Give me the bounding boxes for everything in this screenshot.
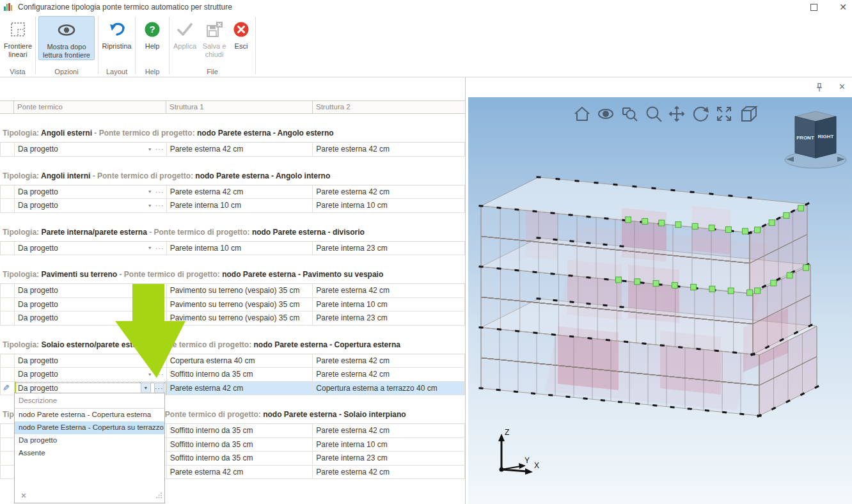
struttura2-cell[interactable]: Parete interna 23 cm (313, 452, 465, 465)
ponte-termico-cell[interactable]: Da progetto▼··· (15, 354, 167, 368)
close-icon[interactable]: ✕ (839, 4, 847, 11)
dropdown-arrow-icon[interactable]: ▼ (148, 358, 152, 363)
struttura1-cell[interactable]: Soffitto interno da 35 cm (167, 452, 313, 465)
table-row[interactable]: Da progetto▼···Pavimento su terreno (ves… (1, 298, 465, 312)
dropdown-arrow-icon[interactable]: ▼ (148, 302, 152, 306)
struttura2-cell[interactable]: Parete interna 10 cm (313, 199, 465, 212)
clear-filter-icon[interactable]: ✕ (20, 491, 27, 500)
ponte-termico-cell[interactable]: Da progetto▼··· (15, 242, 167, 255)
struttura1-cell[interactable]: Parete esterna 42 cm (167, 143, 313, 156)
struttura2-cell[interactable]: Copertura esterna a terrazzo 40 cm (313, 382, 465, 395)
ponte-termico-cell[interactable]: Da progetto▼··· (15, 284, 167, 297)
ripristina-button[interactable]: Ripristina (100, 16, 133, 51)
ellipsis-icon[interactable]: ··· (155, 201, 164, 209)
table-row[interactable]: Da progetto▼···Copertura esterna 40 cmPa… (1, 354, 465, 368)
3d-pane-close-icon[interactable]: ✕ (839, 82, 846, 91)
row-gutter (1, 199, 15, 212)
row-gutter (1, 311, 15, 325)
struttura2-cell[interactable]: Parete esterna 42 cm (313, 466, 465, 479)
resize-grip-icon[interactable] (156, 489, 162, 501)
section-title: Tipologia: Angoli interni - Ponte termic… (0, 171, 465, 182)
dropdown-arrow-icon[interactable]: ▼ (148, 316, 152, 320)
struttura2-cell[interactable]: Parete esterna 42 cm (313, 424, 465, 437)
column-header-struttura-2[interactable]: Struttura 2 (313, 101, 465, 113)
dropdown-arrow-icon[interactable]: ▼ (148, 372, 152, 377)
struttura2-cell[interactable]: Parete interna 10 cm (313, 298, 465, 311)
3d-viewport[interactable]: FRONT RIGHT (468, 97, 852, 504)
struttura2-cell[interactable]: Parete esterna 42 cm (313, 284, 465, 297)
help-button[interactable]: ? Help (140, 16, 164, 51)
ponte-termico-cell[interactable]: Da progetto▼··· (15, 143, 167, 156)
dropdown-item[interactable]: nodo Parete Esterna - Copertura su terra… (15, 421, 164, 434)
salva-e-chiudi-button[interactable]: Salva e chiudi (200, 16, 228, 59)
ponte-termico-cell[interactable]: Da progetto▼··· (15, 185, 167, 199)
struttura1-cell[interactable]: Parete interna 10 cm (167, 199, 313, 212)
ponte-termico-cell[interactable]: Da progetto▼··· (15, 298, 167, 311)
table-row[interactable]: Da progetto▼···Pavimento su terreno (ves… (1, 311, 465, 326)
dropdown-arrow-icon[interactable]: ▼ (148, 246, 152, 250)
cell-value: Da progetto (18, 244, 58, 253)
struttura2-cell[interactable]: Parete esterna 42 cm (313, 354, 465, 368)
table-row[interactable]: Da progetto▼···Soffitto interno da 35 cm… (1, 368, 465, 382)
applica-button[interactable]: Applica (171, 16, 199, 51)
struttura2-cell[interactable]: Parete esterna 42 cm (313, 368, 465, 381)
ellipsis-icon[interactable]: ··· (155, 370, 164, 378)
title-bar: Configurazione tipologia ponte termico a… (0, 0, 852, 14)
struttura1-cell[interactable]: Parete esterna 42 cm (167, 466, 313, 479)
cell-value: Da progetto (18, 356, 58, 365)
struttura1-cell[interactable]: Parete esterna 42 cm (167, 185, 313, 199)
ponte-termico-cell[interactable]: Da progetto▼··· (15, 368, 167, 381)
title-mid: - Ponte termico di progetto: (147, 228, 252, 237)
struttura1-cell[interactable]: Pavimento su terreno (vespaio) 35 cm (167, 311, 313, 325)
ellipsis-icon[interactable]: ··· (155, 357, 164, 365)
dropdown-arrow-icon[interactable]: ▼ (148, 203, 152, 208)
column-header-struttura-1[interactable]: Struttura 1 (166, 101, 313, 113)
esci-button[interactable]: Esci (230, 16, 253, 51)
struttura2-cell[interactable]: Parete esterna 42 cm (313, 185, 465, 199)
title-mid: - Ponte termico di progetto: (90, 171, 195, 180)
table-row[interactable]: Da progetto▼···Parete interna 10 cmParet… (1, 199, 465, 213)
button-label: Ripristina (102, 42, 132, 51)
struttura1-cell[interactable]: Soffitto interno da 35 cm (167, 424, 313, 437)
struttura1-cell[interactable]: Parete esterna 42 cm (167, 382, 313, 395)
table-row[interactable]: Da progetto▼···Parete esterna 42 cmParet… (1, 185, 465, 200)
ellipsis-icon[interactable]: ··· (155, 314, 164, 322)
dropdown-item[interactable]: nodo Parete esterna - Copertura esterna (15, 409, 164, 421)
ellipsis-icon[interactable]: ··· (155, 244, 164, 252)
3d-pane-header: ✕ (466, 77, 852, 97)
ponte-termico-cell[interactable]: Da progetto▼··· (15, 311, 167, 325)
struttura2-cell[interactable]: Parete interna 23 cm (313, 311, 465, 325)
ellipsis-icon[interactable]: ··· (155, 188, 164, 196)
ellipsis-icon[interactable]: ··· (155, 145, 164, 153)
struttura1-cell[interactable]: Soffitto interno da 35 cm (167, 368, 313, 381)
column-header-ponte-termico[interactable]: Ponte termico (14, 101, 166, 113)
struttura1-cell[interactable]: Parete interna 10 cm (167, 242, 313, 255)
dropdown-item[interactable]: Da progetto (15, 434, 164, 447)
ellipsis-icon[interactable]: ··· (155, 301, 164, 308)
table-row[interactable]: Da progetto▼···Pavimento su terreno (ves… (1, 284, 465, 298)
maximize-icon[interactable] (810, 4, 817, 11)
dropdown-arrow-icon[interactable]: ▼ (148, 189, 152, 194)
dropdown-item[interactable]: Assente (15, 447, 164, 460)
struttura2-cell[interactable]: Parete interna 10 cm (313, 438, 465, 452)
ellipsis-icon[interactable]: ··· (155, 287, 164, 294)
struttura1-cell[interactable]: Pavimento su terreno (vespaio) 35 cm (167, 298, 313, 311)
table-row[interactable]: Da progetto▼···Parete esterna 42 cmParet… (1, 143, 465, 157)
ponte-termico-cell[interactable]: Da progetto▼··· (15, 199, 167, 212)
struttura1-cell[interactable]: Soffitto interno da 35 cm (167, 438, 313, 452)
dropdown-arrow-icon[interactable]: ▼ (148, 147, 152, 152)
struttura1-cell[interactable]: Copertura esterna 40 cm (167, 354, 313, 368)
group-label-layout: Layout (99, 68, 135, 75)
frontiere-lineari-button[interactable]: Frontiere lineari (3, 16, 33, 59)
struttura2-cell[interactable]: Parete interna 23 cm (313, 242, 465, 255)
dropdown-footer: ✕ (15, 489, 164, 503)
dropdown-arrow-icon[interactable]: ▼ (148, 288, 152, 293)
struttura1-cell[interactable]: Pavimento su terreno (vespaio) 35 cm (167, 284, 313, 297)
cell-value: Da progetto (18, 145, 58, 154)
pin-icon[interactable] (815, 83, 824, 95)
mostra-dopo-lettura-button[interactable]: Mostra dopo lettura frontiere (38, 16, 95, 60)
struttura2-cell[interactable]: Parete esterna 42 cm (313, 143, 465, 156)
ribbon-group-file: Applica Salva e chiudi Esci (170, 14, 255, 77)
section-title: Tipologia: Solaio esterno/parete esterna… (0, 340, 465, 351)
table-row[interactable]: Da progetto▼···Parete interna 10 cmParet… (1, 242, 465, 256)
